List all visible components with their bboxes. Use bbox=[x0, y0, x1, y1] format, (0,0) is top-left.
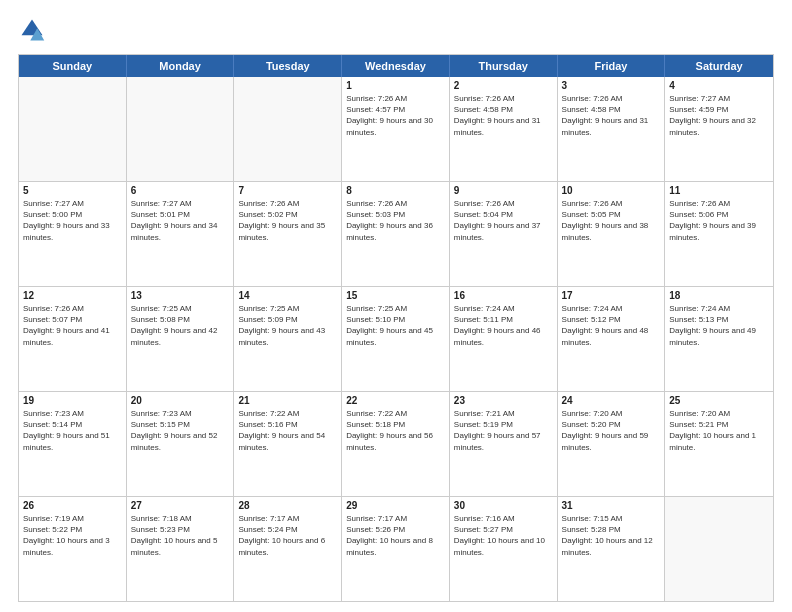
cell-sun-info: Sunrise: 7:17 AM Sunset: 5:26 PM Dayligh… bbox=[346, 513, 445, 558]
cell-day-number: 20 bbox=[131, 395, 230, 406]
cell-sun-info: Sunrise: 7:24 AM Sunset: 5:12 PM Dayligh… bbox=[562, 303, 661, 348]
cell-day-number: 21 bbox=[238, 395, 337, 406]
calendar-cell: 19Sunrise: 7:23 AM Sunset: 5:14 PM Dayli… bbox=[19, 392, 127, 496]
cell-day-number: 30 bbox=[454, 500, 553, 511]
cell-day-number: 13 bbox=[131, 290, 230, 301]
calendar-cell: 20Sunrise: 7:23 AM Sunset: 5:15 PM Dayli… bbox=[127, 392, 235, 496]
cell-day-number: 27 bbox=[131, 500, 230, 511]
cell-sun-info: Sunrise: 7:26 AM Sunset: 5:03 PM Dayligh… bbox=[346, 198, 445, 243]
calendar-cell: 1Sunrise: 7:26 AM Sunset: 4:57 PM Daylig… bbox=[342, 77, 450, 181]
calendar-cell: 18Sunrise: 7:24 AM Sunset: 5:13 PM Dayli… bbox=[665, 287, 773, 391]
calendar-header: SundayMondayTuesdayWednesdayThursdayFrid… bbox=[19, 55, 773, 77]
cell-day-number: 1 bbox=[346, 80, 445, 91]
calendar: SundayMondayTuesdayWednesdayThursdayFrid… bbox=[18, 54, 774, 602]
cell-sun-info: Sunrise: 7:19 AM Sunset: 5:22 PM Dayligh… bbox=[23, 513, 122, 558]
calendar-cell: 29Sunrise: 7:17 AM Sunset: 5:26 PM Dayli… bbox=[342, 497, 450, 601]
calendar-cell bbox=[234, 77, 342, 181]
calendar-cell: 6Sunrise: 7:27 AM Sunset: 5:01 PM Daylig… bbox=[127, 182, 235, 286]
cell-day-number: 29 bbox=[346, 500, 445, 511]
cell-day-number: 17 bbox=[562, 290, 661, 301]
weekday-header-sunday: Sunday bbox=[19, 55, 127, 77]
calendar-cell: 8Sunrise: 7:26 AM Sunset: 5:03 PM Daylig… bbox=[342, 182, 450, 286]
cell-day-number: 16 bbox=[454, 290, 553, 301]
calendar-cell: 15Sunrise: 7:25 AM Sunset: 5:10 PM Dayli… bbox=[342, 287, 450, 391]
cell-day-number: 8 bbox=[346, 185, 445, 196]
calendar-cell bbox=[665, 497, 773, 601]
cell-day-number: 9 bbox=[454, 185, 553, 196]
calendar-cell: 21Sunrise: 7:22 AM Sunset: 5:16 PM Dayli… bbox=[234, 392, 342, 496]
cell-sun-info: Sunrise: 7:24 AM Sunset: 5:13 PM Dayligh… bbox=[669, 303, 769, 348]
calendar-cell: 3Sunrise: 7:26 AM Sunset: 4:58 PM Daylig… bbox=[558, 77, 666, 181]
cell-day-number: 25 bbox=[669, 395, 769, 406]
cell-day-number: 3 bbox=[562, 80, 661, 91]
calendar-cell: 30Sunrise: 7:16 AM Sunset: 5:27 PM Dayli… bbox=[450, 497, 558, 601]
weekday-header-tuesday: Tuesday bbox=[234, 55, 342, 77]
cell-sun-info: Sunrise: 7:25 AM Sunset: 5:09 PM Dayligh… bbox=[238, 303, 337, 348]
cell-day-number: 11 bbox=[669, 185, 769, 196]
calendar-cell: 28Sunrise: 7:17 AM Sunset: 5:24 PM Dayli… bbox=[234, 497, 342, 601]
calendar-week-4: 19Sunrise: 7:23 AM Sunset: 5:14 PM Dayli… bbox=[19, 392, 773, 497]
calendar-cell: 9Sunrise: 7:26 AM Sunset: 5:04 PM Daylig… bbox=[450, 182, 558, 286]
cell-day-number: 24 bbox=[562, 395, 661, 406]
cell-day-number: 23 bbox=[454, 395, 553, 406]
cell-sun-info: Sunrise: 7:23 AM Sunset: 5:15 PM Dayligh… bbox=[131, 408, 230, 453]
calendar-cell: 2Sunrise: 7:26 AM Sunset: 4:58 PM Daylig… bbox=[450, 77, 558, 181]
cell-day-number: 26 bbox=[23, 500, 122, 511]
cell-sun-info: Sunrise: 7:18 AM Sunset: 5:23 PM Dayligh… bbox=[131, 513, 230, 558]
cell-sun-info: Sunrise: 7:21 AM Sunset: 5:19 PM Dayligh… bbox=[454, 408, 553, 453]
cell-sun-info: Sunrise: 7:26 AM Sunset: 5:06 PM Dayligh… bbox=[669, 198, 769, 243]
weekday-header-wednesday: Wednesday bbox=[342, 55, 450, 77]
cell-sun-info: Sunrise: 7:25 AM Sunset: 5:10 PM Dayligh… bbox=[346, 303, 445, 348]
cell-day-number: 4 bbox=[669, 80, 769, 91]
cell-sun-info: Sunrise: 7:26 AM Sunset: 5:04 PM Dayligh… bbox=[454, 198, 553, 243]
cell-sun-info: Sunrise: 7:15 AM Sunset: 5:28 PM Dayligh… bbox=[562, 513, 661, 558]
calendar-cell: 26Sunrise: 7:19 AM Sunset: 5:22 PM Dayli… bbox=[19, 497, 127, 601]
cell-day-number: 22 bbox=[346, 395, 445, 406]
weekday-header-thursday: Thursday bbox=[450, 55, 558, 77]
cell-day-number: 18 bbox=[669, 290, 769, 301]
calendar-cell: 11Sunrise: 7:26 AM Sunset: 5:06 PM Dayli… bbox=[665, 182, 773, 286]
cell-day-number: 28 bbox=[238, 500, 337, 511]
cell-sun-info: Sunrise: 7:17 AM Sunset: 5:24 PM Dayligh… bbox=[238, 513, 337, 558]
calendar-cell: 7Sunrise: 7:26 AM Sunset: 5:02 PM Daylig… bbox=[234, 182, 342, 286]
calendar-cell: 10Sunrise: 7:26 AM Sunset: 5:05 PM Dayli… bbox=[558, 182, 666, 286]
cell-sun-info: Sunrise: 7:22 AM Sunset: 5:16 PM Dayligh… bbox=[238, 408, 337, 453]
calendar-cell: 13Sunrise: 7:25 AM Sunset: 5:08 PM Dayli… bbox=[127, 287, 235, 391]
cell-day-number: 15 bbox=[346, 290, 445, 301]
calendar-cell: 5Sunrise: 7:27 AM Sunset: 5:00 PM Daylig… bbox=[19, 182, 127, 286]
cell-day-number: 31 bbox=[562, 500, 661, 511]
calendar-week-5: 26Sunrise: 7:19 AM Sunset: 5:22 PM Dayli… bbox=[19, 497, 773, 601]
cell-sun-info: Sunrise: 7:26 AM Sunset: 5:07 PM Dayligh… bbox=[23, 303, 122, 348]
cell-day-number: 6 bbox=[131, 185, 230, 196]
cell-sun-info: Sunrise: 7:26 AM Sunset: 4:58 PM Dayligh… bbox=[562, 93, 661, 138]
logo-icon bbox=[18, 16, 46, 44]
calendar-cell: 22Sunrise: 7:22 AM Sunset: 5:18 PM Dayli… bbox=[342, 392, 450, 496]
cell-sun-info: Sunrise: 7:26 AM Sunset: 4:58 PM Dayligh… bbox=[454, 93, 553, 138]
calendar-cell: 16Sunrise: 7:24 AM Sunset: 5:11 PM Dayli… bbox=[450, 287, 558, 391]
cell-sun-info: Sunrise: 7:20 AM Sunset: 5:20 PM Dayligh… bbox=[562, 408, 661, 453]
calendar-cell: 27Sunrise: 7:18 AM Sunset: 5:23 PM Dayli… bbox=[127, 497, 235, 601]
calendar-page: SundayMondayTuesdayWednesdayThursdayFrid… bbox=[0, 0, 792, 612]
cell-day-number: 14 bbox=[238, 290, 337, 301]
logo bbox=[18, 16, 50, 44]
cell-sun-info: Sunrise: 7:20 AM Sunset: 5:21 PM Dayligh… bbox=[669, 408, 769, 453]
calendar-cell: 4Sunrise: 7:27 AM Sunset: 4:59 PM Daylig… bbox=[665, 77, 773, 181]
calendar-week-2: 5Sunrise: 7:27 AM Sunset: 5:00 PM Daylig… bbox=[19, 182, 773, 287]
calendar-cell bbox=[127, 77, 235, 181]
cell-sun-info: Sunrise: 7:25 AM Sunset: 5:08 PM Dayligh… bbox=[131, 303, 230, 348]
calendar-week-1: 1Sunrise: 7:26 AM Sunset: 4:57 PM Daylig… bbox=[19, 77, 773, 182]
cell-sun-info: Sunrise: 7:26 AM Sunset: 4:57 PM Dayligh… bbox=[346, 93, 445, 138]
cell-day-number: 2 bbox=[454, 80, 553, 91]
cell-sun-info: Sunrise: 7:23 AM Sunset: 5:14 PM Dayligh… bbox=[23, 408, 122, 453]
calendar-cell bbox=[19, 77, 127, 181]
cell-sun-info: Sunrise: 7:27 AM Sunset: 5:00 PM Dayligh… bbox=[23, 198, 122, 243]
cell-day-number: 5 bbox=[23, 185, 122, 196]
calendar-cell: 14Sunrise: 7:25 AM Sunset: 5:09 PM Dayli… bbox=[234, 287, 342, 391]
weekday-header-monday: Monday bbox=[127, 55, 235, 77]
calendar-week-3: 12Sunrise: 7:26 AM Sunset: 5:07 PM Dayli… bbox=[19, 287, 773, 392]
weekday-header-friday: Friday bbox=[558, 55, 666, 77]
cell-sun-info: Sunrise: 7:22 AM Sunset: 5:18 PM Dayligh… bbox=[346, 408, 445, 453]
cell-day-number: 19 bbox=[23, 395, 122, 406]
weekday-header-saturday: Saturday bbox=[665, 55, 773, 77]
cell-sun-info: Sunrise: 7:24 AM Sunset: 5:11 PM Dayligh… bbox=[454, 303, 553, 348]
